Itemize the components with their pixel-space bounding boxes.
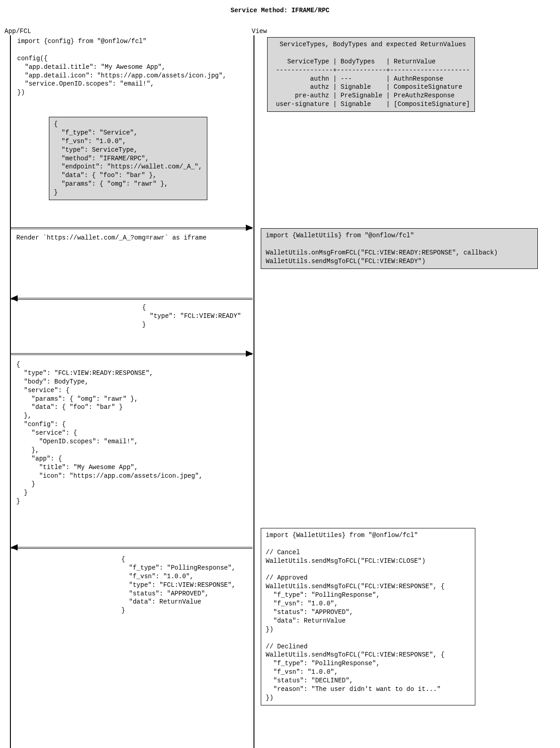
service-types-table: ServiceTypes, BodyTypes and expected Ret… [267, 37, 475, 112]
arrow-view-ready [11, 298, 253, 298]
arrow-ready-response [11, 353, 253, 354]
arrow-render-iframe [11, 227, 253, 228]
lane-label-app: App/FCL [5, 27, 31, 36]
service-json-box: { "f_type": "Service", "f_vsn": "1.0.0",… [49, 117, 207, 200]
lifeline-app [10, 35, 11, 748]
lane-label-view: View [252, 27, 267, 36]
diagram-title: Service Method: IFRAME/RPC [0, 6, 560, 15]
sequence-diagram: Service Method: IFRAME/RPC App/FCL View … [0, 0, 560, 748]
ready-response-msg: { "type": "FCL:VIEW:READY:RESPONSE", "bo… [16, 360, 203, 506]
view-ready-msg: { "type": "FCL:VIEW:READY" } [142, 303, 241, 329]
polling-response-msg: { "f_type": "PollingResponse", "f_vsn": … [121, 555, 235, 615]
arrow-view-response [11, 547, 253, 547]
wallet-utils-responses: import {WalletUtiles} from "@onflow/fcl"… [261, 528, 475, 705]
wallet-utils-ready: import {WalletUtils} from "@onflow/fcl" … [261, 228, 538, 269]
config-code: import {config} from "@onflow/fcl" confi… [17, 37, 226, 97]
lifeline-view [254, 35, 254, 748]
render-label: Render `https://wallet.com/_A_?omg=rawr`… [16, 234, 206, 242]
